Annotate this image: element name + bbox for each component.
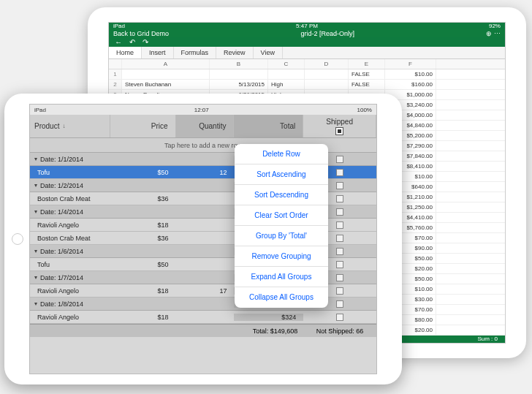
- row-number[interactable]: 1: [109, 69, 122, 79]
- statusbar-battery: 100%: [357, 107, 372, 113]
- chevron-down-icon: ▾: [34, 208, 37, 215]
- cell[interactable]: [210, 69, 268, 79]
- cell[interactable]: FALSE: [349, 80, 385, 89]
- cell-product[interactable]: Ravioli Angelo: [30, 314, 110, 321]
- checkbox-icon[interactable]: [336, 221, 343, 229]
- cell[interactable]: 5/13/2015: [210, 80, 268, 89]
- cell-product[interactable]: Boston Crab Meat: [30, 195, 110, 202]
- checkbox-icon[interactable]: [336, 208, 343, 216]
- col-header-total[interactable]: Total: [234, 115, 303, 137]
- col-letter[interactable]: [109, 59, 122, 69]
- cell[interactable]: $10.00: [385, 69, 436, 79]
- checkbox-icon[interactable]: [336, 300, 343, 308]
- context-menu-item[interactable]: Expand All Groups: [235, 267, 328, 287]
- excel-row[interactable]: 1FALSE$10.00: [109, 69, 505, 80]
- excel-ribbon-tabs: HomeInsertFormulasReviewView: [109, 47, 505, 59]
- cell[interactable]: High: [268, 80, 305, 89]
- ribbon-tab[interactable]: Home: [109, 47, 142, 58]
- checkbox-icon[interactable]: [336, 314, 343, 321]
- cell[interactable]: $160.00: [385, 80, 436, 89]
- undo-icon[interactable]: ↶: [129, 38, 135, 46]
- checkbox-icon[interactable]: [336, 235, 343, 242]
- statusbar-time: 12:07: [194, 107, 209, 113]
- redo-icon[interactable]: ↷: [142, 38, 148, 46]
- statusbar-battery: 92%: [489, 23, 501, 29]
- context-menu-item[interactable]: Sort Descending: [235, 185, 328, 205]
- group-label: Date: 1/6/2014: [40, 248, 83, 255]
- excel-column-headers: ABCDEF: [109, 59, 505, 69]
- ribbon-tab[interactable]: View: [254, 47, 283, 58]
- chevron-down-icon: ▾: [34, 248, 37, 254]
- cell-price[interactable]: $18: [110, 287, 176, 295]
- cell-shipped[interactable]: [303, 314, 376, 321]
- arrow-left-icon[interactable]: ←: [115, 38, 122, 46]
- ribbon-tab[interactable]: Review: [216, 47, 254, 58]
- cell-price[interactable]: $18: [110, 221, 176, 229]
- cell-product[interactable]: Ravioli Angelo: [30, 287, 110, 295]
- group-label: Date: 1/1/2014: [40, 156, 83, 163]
- cell-total[interactable]: $324: [234, 314, 303, 321]
- cell-price[interactable]: $36: [110, 235, 176, 242]
- cell-product[interactable]: Ravioli Angelo: [30, 221, 110, 229]
- col-header-product[interactable]: Product ↓: [30, 115, 110, 137]
- datagrid-app: iPad 12:07 100% Product ↓ Price Quantity…: [29, 104, 377, 374]
- group-label: Date: 1/8/2014: [40, 300, 83, 308]
- col-header-shipped[interactable]: Shipped: [303, 115, 376, 137]
- col-letter[interactable]: A: [122, 59, 210, 69]
- checkbox-icon[interactable]: [336, 182, 343, 189]
- home-button-icon[interactable]: [12, 233, 23, 245]
- ribbon-tab[interactable]: Insert: [142, 47, 174, 58]
- data-row[interactable]: Ravioli Angelo$18$324: [30, 311, 376, 324]
- cell[interactable]: Steven Buchanan: [122, 80, 210, 89]
- tristate-checkbox-icon[interactable]: [335, 127, 343, 135]
- col-header-quantity[interactable]: Quantity: [176, 115, 235, 137]
- context-menu-item[interactable]: Delete Row: [235, 144, 328, 164]
- checkbox-icon[interactable]: [336, 261, 343, 268]
- group-label: Date: 1/2/2014: [40, 182, 83, 189]
- excel-row[interactable]: 2Steven Buchanan5/13/2015HighFALSE$160.0…: [109, 80, 505, 90]
- checkbox-icon[interactable]: [336, 248, 343, 255]
- col-letter[interactable]: D: [305, 59, 349, 69]
- cell-product[interactable]: Tofu: [30, 169, 110, 176]
- col-label: Product: [34, 122, 59, 130]
- col-letter[interactable]: C: [268, 59, 305, 69]
- sort-arrow-icon: ↓: [62, 123, 65, 129]
- row-number[interactable]: 2: [109, 80, 122, 89]
- checkbox-icon[interactable]: [336, 274, 343, 281]
- cell-product[interactable]: Tofu: [30, 261, 110, 268]
- cell-price[interactable]: $50: [110, 169, 176, 176]
- cell[interactable]: [268, 69, 305, 79]
- context-menu-item[interactable]: Group By 'Total': [235, 226, 328, 246]
- context-menu-item[interactable]: Sort Ascending: [235, 164, 328, 185]
- cell-price[interactable]: $50: [110, 261, 176, 268]
- cell-product[interactable]: Boston Crab Meat: [30, 235, 110, 242]
- context-menu-item[interactable]: Remove Grouping: [235, 246, 328, 267]
- cell[interactable]: [305, 80, 349, 89]
- chevron-down-icon: ▾: [34, 274, 37, 281]
- checkbox-icon[interactable]: [336, 169, 343, 176]
- col-header-price[interactable]: Price: [110, 115, 176, 137]
- checkbox-icon[interactable]: [336, 156, 343, 163]
- ribbon-tab[interactable]: Formulas: [174, 47, 217, 58]
- cell[interactable]: FALSE: [349, 69, 385, 79]
- checkbox-icon[interactable]: [336, 195, 343, 202]
- footer-total: Total: $149,608: [234, 327, 303, 335]
- col-letter[interactable]: F: [385, 59, 436, 69]
- back-link[interactable]: Back to Grid Demo: [113, 30, 169, 37]
- cell-qty[interactable]: 12: [176, 169, 235, 176]
- ios-statusbar: iPad 12:07 100%: [30, 105, 376, 115]
- cell-price[interactable]: $18: [110, 314, 176, 321]
- cell-qty[interactable]: 17: [176, 287, 235, 295]
- col-letter[interactable]: E: [349, 59, 385, 69]
- statusbar-left: iPad: [113, 23, 125, 29]
- context-menu-item[interactable]: Collapse All Groups: [235, 287, 328, 308]
- col-label: Shipped: [326, 118, 353, 126]
- cell[interactable]: [122, 69, 210, 79]
- col-letter[interactable]: B: [210, 59, 268, 69]
- cell-price[interactable]: $36: [110, 195, 176, 202]
- context-menu-item[interactable]: Clear Sort Order: [235, 205, 328, 226]
- titlebar-actions: ⊕ ⋯: [486, 30, 501, 37]
- checkbox-icon[interactable]: [336, 287, 343, 295]
- excel-titlebar: Back to Grid Demo grid-2 [Read-Only] ⊕ ⋯: [109, 29, 505, 37]
- cell[interactable]: [305, 69, 349, 79]
